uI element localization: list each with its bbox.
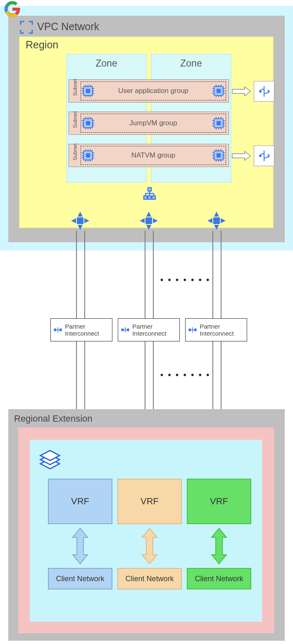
subnet-row-natvm: Subnet NATVM group [69,144,229,167]
svg-marker-105 [140,218,145,223]
arrow-right-icon [231,150,251,161]
ellipsis-dots: • • • • • • • [160,370,210,380]
subnet-label: Subnet [72,86,78,96]
client-label: Client Network [195,575,243,583]
bidirectional-arrow-icon [141,527,159,565]
svg-marker-106 [153,218,158,223]
subnet-row-jumpvm: Subnet JumpVM group [69,112,229,135]
svg-rect-113 [60,329,62,331]
arrow-right-icon [231,86,251,97]
vrf-box-blue: VRF [48,479,112,524]
subnet-text: NATVM group [95,151,212,160]
svg-rect-15 [217,89,221,93]
interconnect-label: Partner Interconnect [65,323,110,337]
svg-rect-117 [127,329,129,331]
svg-rect-71 [217,153,221,157]
subnet-row-user-app: Subnet User application group [69,79,229,103]
compute-instance-icon [81,116,95,130]
svg-marker-109 [214,225,219,230]
vrf-label: VRF [71,496,89,507]
svg-marker-110 [207,218,212,223]
link-line [221,231,222,318]
cloud-router-icon [207,211,226,231]
load-balancer-box [254,145,274,166]
svg-marker-99 [78,225,83,230]
svg-marker-103 [146,212,151,217]
svg-marker-129 [212,528,226,564]
client-label: Client Network [56,575,104,583]
link-line [212,231,213,318]
client-label: Client Network [125,575,174,583]
svg-rect-1 [86,89,90,93]
subnet-label: Subnet [72,150,78,160]
svg-marker-108 [214,212,219,217]
partner-interconnect-box: Partner Interconnect [118,318,180,341]
vrf-label: VRF [141,496,159,507]
svg-rect-120 [189,329,191,331]
vpc-frame-icon [19,20,34,35]
svg-marker-104 [146,225,151,230]
subnet-text: User application group [95,87,212,95]
client-network-box-orange: Client Network [117,568,182,589]
region-title: Region [26,39,58,51]
interconnect-icon [121,324,130,336]
cloud-router-icon [139,211,159,231]
svg-marker-100 [71,218,76,223]
svg-point-87 [260,155,261,157]
vpc-title: VPC Network [37,21,99,33]
svg-marker-128 [142,528,157,564]
svg-rect-57 [86,153,90,157]
svg-rect-43 [217,121,221,125]
svg-marker-98 [78,212,83,217]
partner-interconnect-box: Partner Interconnect [50,318,112,341]
compute-instance-icon [212,116,226,130]
svg-rect-88 [148,188,151,191]
client-network-box-green: Client Network [187,568,251,589]
interconnect-label: Partner Interconnect [132,323,177,337]
link-line [84,231,85,318]
svg-rect-121 [194,329,197,331]
svg-rect-94 [144,196,147,199]
svg-rect-29 [86,121,90,125]
stack-layers-icon [36,449,64,476]
client-network-box-blue: Client Network [48,568,112,589]
bidirectional-arrow-icon [210,527,228,565]
interconnect-label: Partner Interconnect [200,323,244,337]
compute-instance-icon [81,148,95,162]
ellipsis-dots: • • • • • • • [160,275,210,285]
cloud-router-icon [70,211,90,231]
vrf-box-green: VRF [187,479,251,524]
load-balancer-box [254,81,274,102]
subnet-label: Subnet [72,118,78,128]
svg-rect-112 [54,329,57,331]
link-line [76,231,77,318]
dns-icon [143,187,156,200]
compute-instance-icon [81,84,95,98]
subnet-text: JumpVM group [95,119,212,127]
compute-instance-icon [212,148,226,162]
bidirectional-arrow-icon [71,527,89,565]
load-balancer-icon [258,150,270,162]
svg-rect-107 [213,217,220,224]
link-line [153,231,154,318]
svg-marker-127 [73,528,88,564]
compute-instance-icon [212,84,226,98]
vrf-box-orange: VRF [117,479,182,524]
zone-title: Zone [67,58,146,69]
svg-point-85 [260,91,261,92]
svg-rect-95 [148,196,151,199]
link-line [145,231,145,318]
svg-marker-101 [84,218,89,223]
svg-rect-102 [145,217,152,224]
vrf-label: VRF [210,496,228,507]
zone-title: Zone [152,58,231,69]
partner-interconnect-box: Partner Interconnect [185,318,247,341]
google-logo-icon [3,0,21,18]
svg-rect-97 [77,217,83,224]
svg-rect-116 [121,329,124,331]
interconnect-icon [53,324,62,336]
svg-rect-96 [152,196,155,199]
load-balancer-icon [258,85,270,98]
extension-title: Regional Extension [14,413,93,424]
interconnect-icon [188,324,197,336]
